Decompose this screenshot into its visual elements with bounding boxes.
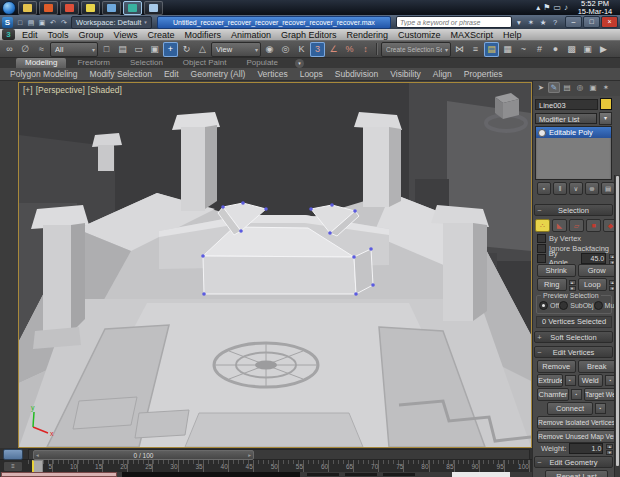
graphite-ribbon-toggle-icon[interactable]: ▦	[500, 42, 515, 57]
ring-button[interactable]: Ring	[537, 278, 567, 291]
by-vertex-checkbox[interactable]	[537, 234, 546, 243]
menu-item[interactable]: Rendering	[342, 29, 394, 41]
remove-isolated-vertices-button[interactable]: Remove Isolated Vertices	[537, 416, 616, 429]
save-file-icon[interactable]: ▣	[37, 16, 47, 29]
select-and-move-icon[interactable]: +	[163, 42, 178, 57]
action-center-flag-icon[interactable]: ⚑	[543, 0, 550, 15]
select-object-icon[interactable]: □	[99, 42, 114, 57]
rollout-header-selection[interactable]: − Selection	[534, 204, 613, 216]
application-menu-button[interactable]: 3	[2, 29, 15, 40]
select-and-scale-icon[interactable]: △	[195, 42, 210, 57]
show-hidden-icons-icon[interactable]: ▴	[536, 0, 540, 15]
help-icon[interactable]: ?	[550, 16, 560, 29]
ring-spinner[interactable]: ▲▼	[569, 280, 576, 289]
max-logo-icon[interactable]: S	[2, 17, 13, 28]
named-selection-sets-dropdown[interactable]: Create Selection Set ▾	[381, 42, 451, 57]
utilities-tab[interactable]: ✶	[600, 82, 612, 93]
maximize-button[interactable]: □	[583, 16, 600, 28]
menu-item[interactable]: Help	[498, 29, 527, 41]
mirror-icon[interactable]: ⋈	[452, 42, 467, 57]
taskbar-app-media-player[interactable]	[39, 1, 58, 15]
create-tab[interactable]: ➤	[535, 82, 547, 93]
coordinate-z-field[interactable]	[382, 472, 416, 477]
use-pivot-center-icon[interactable]: ◉	[262, 42, 277, 57]
ribbon-panel-item[interactable]: Edit	[158, 68, 185, 81]
object-wirecolor-swatch[interactable]	[600, 98, 612, 110]
layer-explorer-icon[interactable]: ▤	[484, 42, 499, 57]
repeat-last-button[interactable]: Repeat Last	[545, 470, 608, 477]
bind-to-space-warp-icon[interactable]: ≈	[34, 42, 49, 57]
by-angle-checkbox[interactable]	[537, 254, 546, 263]
loop-button[interactable]: Loop	[578, 278, 608, 291]
make-unique-button[interactable]: ∨	[569, 182, 583, 195]
rollout-header-soft-selection[interactable]: + Soft Selection	[534, 331, 613, 343]
menu-item[interactable]: Group	[74, 29, 109, 41]
start-button[interactable]	[2, 1, 16, 15]
minimize-button[interactable]: –	[565, 16, 582, 28]
ribbon-panel-item[interactable]: Geometry (All)	[185, 68, 252, 81]
select-and-link-icon[interactable]: ∞	[2, 42, 17, 57]
shrink-button[interactable]: Shrink	[537, 264, 576, 277]
schematic-view-icon[interactable]: #	[532, 42, 547, 57]
menu-item[interactable]: Customize	[393, 29, 446, 41]
ribbon-panel-item[interactable]: Vertices	[251, 68, 293, 81]
preview-off-radio[interactable]: Off	[539, 301, 559, 310]
snaps-toggle-3d-icon[interactable]: 3	[310, 42, 325, 57]
rendered-frame-icon[interactable]: ▣	[580, 42, 595, 57]
perspective-viewport[interactable]: [+] [Perspective] [Shaded]	[18, 82, 532, 448]
edge-subobject-icon[interactable]: ◣	[552, 219, 567, 232]
search-history-icon[interactable]: ▾	[514, 16, 524, 29]
break-button[interactable]: Break	[578, 360, 617, 373]
time-slider-handle[interactable]: ◂ 0 / 100 ▸	[33, 450, 254, 460]
unlink-selection-icon[interactable]: ∅	[18, 42, 33, 57]
align-icon[interactable]: ≡	[468, 42, 483, 57]
motion-tab[interactable]: ◎	[574, 82, 586, 93]
ribbon-panel-item[interactable]: Visibility	[384, 68, 427, 81]
open-file-icon[interactable]: ▤	[26, 16, 36, 29]
configure-modifier-sets-button[interactable]: ▤	[601, 182, 615, 195]
chevron-down-icon[interactable]: ▾	[599, 112, 612, 125]
material-editor-icon[interactable]: ●	[548, 42, 563, 57]
menu-item[interactable]: Views	[109, 29, 143, 41]
ribbon-panel-item[interactable]: Subdivision	[329, 68, 384, 81]
menu-item[interactable]: Tools	[43, 29, 74, 41]
time-slider-track[interactable]: ◂ 0 / 100 ▸	[28, 449, 530, 460]
track-bar-ruler[interactable]: 5101520253035404550556065707580859095100	[28, 460, 530, 472]
menu-item[interactable]: Graph Editors	[276, 29, 342, 41]
weld-button[interactable]: Weld	[578, 374, 604, 387]
remove-button[interactable]: Remove	[537, 360, 576, 373]
extrude-settings-button[interactable]: ▪	[565, 375, 576, 386]
curve-editor-icon[interactable]: ~	[516, 42, 531, 57]
display-tab[interactable]: ▣	[587, 82, 599, 93]
ribbon-panel-item[interactable]: Align	[427, 68, 458, 81]
time-slider-left-button[interactable]	[3, 449, 23, 460]
network-icon[interactable]: ▭	[553, 0, 561, 15]
window-crossing-toggle-icon[interactable]: ▣	[147, 42, 162, 57]
border-subobject-icon[interactable]: ▱	[569, 219, 584, 232]
render-production-icon[interactable]: ▶	[596, 42, 611, 57]
pin-stack-button[interactable]: ▪	[537, 182, 551, 195]
reference-coordinate-dropdown[interactable]: View ▾	[211, 42, 261, 57]
select-and-rotate-icon[interactable]: ↻	[179, 42, 194, 57]
taskbar-clock[interactable]: 5:52 PM 15-Mar-14	[570, 0, 620, 15]
modifier-stack[interactable]: Editable Poly	[535, 126, 612, 180]
preview-subobj-radio[interactable]: SubObj	[559, 301, 593, 310]
taskbar-app-3ds-max[interactable]	[123, 1, 142, 15]
coordinate-x-field[interactable]	[306, 472, 340, 477]
favorites-star-icon[interactable]: ★	[538, 16, 548, 29]
chamfer-settings-button[interactable]: ▪	[571, 389, 582, 400]
workspace-dropdown[interactable]: Workspace: Default ▾	[71, 16, 152, 29]
menu-item[interactable]: Modifiers	[179, 29, 226, 41]
polygon-subobject-icon[interactable]: ■	[586, 219, 601, 232]
menu-item[interactable]: Create	[142, 29, 179, 41]
ribbon-panel-item[interactable]: Properties	[458, 68, 509, 81]
ignore-backfacing-checkbox[interactable]	[537, 244, 546, 253]
object-name-field[interactable]: Line003	[535, 99, 598, 110]
previous-frame-icon[interactable]: ◂	[36, 452, 39, 458]
ribbon-tab[interactable]: Modeling	[16, 58, 66, 68]
ribbon-tab[interactable]: Populate	[237, 58, 287, 68]
viewport-general-menu[interactable]: [+]	[23, 85, 33, 95]
angle-value-field[interactable]: 45.0	[581, 253, 606, 264]
undo-icon[interactable]: ↶	[48, 16, 58, 29]
redo-icon[interactable]: ↷	[59, 16, 69, 29]
